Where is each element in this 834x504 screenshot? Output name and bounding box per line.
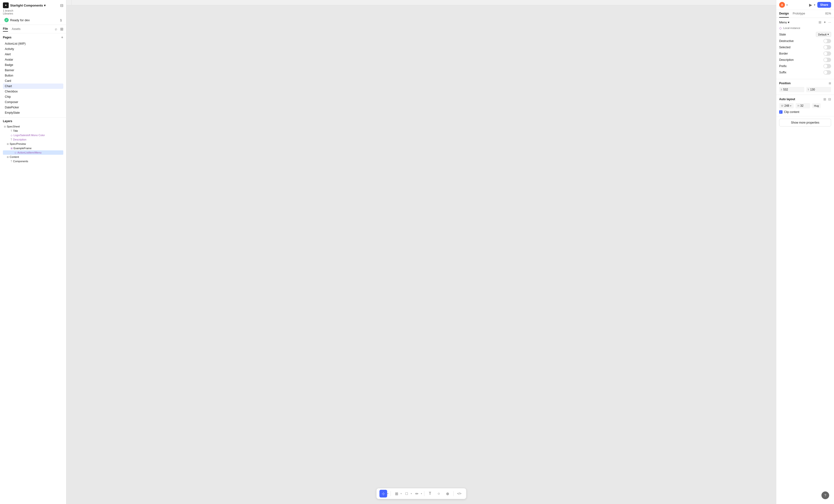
autolayout-icons: ⊞ ⊟ — [824, 97, 831, 101]
page-item-chart[interactable]: Chart — [3, 84, 63, 89]
state-select[interactable]: Default ▾ — [816, 32, 831, 37]
clip-content-row: ✓ Clip content — [779, 110, 831, 114]
select-tool-group: ⊹ ▾ — [379, 490, 389, 498]
help-button[interactable]: ? — [821, 491, 829, 499]
pages-label: Pages — [3, 36, 12, 39]
page-item-checkbox[interactable]: Checkbox — [3, 89, 63, 94]
pages-section: Pages + ActionList (WIP) Activity Alert … — [0, 33, 66, 116]
page-item-activity[interactable]: Activity — [3, 46, 63, 52]
layer-title[interactable]: T Title — [3, 129, 63, 133]
autolayout-width-field[interactable]: W 248 ▾ — [779, 103, 794, 108]
add-page-icon[interactable]: + — [61, 35, 63, 40]
layer-example-frame[interactable]: ⊞ ExampleFrame — [3, 146, 63, 151]
ready-dev-badge[interactable]: ✓ Ready for dev — [4, 18, 30, 22]
position-link-icon[interactable]: ⊞ — [829, 82, 831, 85]
layer-content[interactable]: ⊞ Content — [3, 155, 63, 159]
prop-description-label: Description — [779, 58, 794, 62]
frame-tool-dropdown[interactable]: ▾ — [400, 492, 402, 495]
prop-suffix-toggle[interactable] — [824, 70, 831, 75]
diamond-icon: ◇ — [779, 26, 782, 30]
grid-view-icon[interactable]: ⊞ — [818, 20, 821, 24]
prop-destructive: Destructive — [779, 39, 831, 43]
clip-content-checkbox[interactable]: ✓ — [779, 110, 783, 114]
layers-section: Layers ⊞ SpecSheet T Title ◇ Logo/Salesl… — [0, 117, 66, 164]
page-item-button[interactable]: Button — [3, 73, 63, 78]
prop-destructive-toggle[interactable] — [824, 39, 831, 43]
autolayout-settings-icon[interactable]: ⊟ — [828, 97, 831, 101]
text-icon: T — [10, 130, 12, 132]
more-options-icon[interactable]: ··· — [828, 20, 831, 24]
page-item-actionlist[interactable]: ActionList (WIP) — [3, 41, 63, 46]
page-item-banner[interactable]: Banner — [3, 68, 63, 73]
page-item-composer[interactable]: Composer — [3, 99, 63, 105]
page-item-alert[interactable]: Alert — [3, 52, 63, 57]
layer-actionlistitem-menu[interactable]: ◇ ActionListItem/Menu — [3, 151, 63, 155]
pen-tool-button[interactable]: ✏ — [413, 490, 421, 498]
prop-prefix-toggle[interactable] — [824, 64, 831, 68]
text-tool-button[interactable]: T — [426, 490, 434, 498]
pen-tool-dropdown[interactable]: ▾ — [421, 492, 422, 495]
play-button[interactable]: ▶ — [809, 3, 812, 7]
prop-border-toggle[interactable] — [824, 51, 831, 56]
width-dropdown-icon[interactable]: ▾ — [790, 104, 791, 108]
autolayout-height-field[interactable]: H 32 — [796, 103, 810, 108]
ready-dev-checkmark: ✓ — [5, 19, 7, 22]
layer-specsheet[interactable]: ⊞ SpecSheet — [3, 124, 63, 129]
shape-tool-dropdown[interactable]: ▾ — [411, 492, 412, 495]
tab-file[interactable]: File — [3, 26, 8, 31]
component-title[interactable]: Menu ▾ — [779, 21, 790, 24]
pen-tool-group: ✏ ▾ — [413, 490, 422, 498]
position-fields-row: X 532 Y 130 — [779, 87, 831, 92]
frame-tool-button[interactable]: ⊞ — [393, 490, 400, 498]
search-icon[interactable]: ⌕ — [55, 27, 57, 31]
layer-logo[interactable]: ◇ Logo/Salesloft Mono Color — [3, 133, 63, 137]
user-avatar[interactable]: A — [779, 2, 785, 8]
share-button[interactable]: Share — [817, 2, 831, 8]
layer-components[interactable]: T Components — [3, 159, 63, 163]
toolbar-separator-3 — [453, 491, 454, 496]
autolayout-grid-icon[interactable]: ⊞ — [824, 97, 826, 101]
page-item-card[interactable]: Card — [3, 78, 63, 84]
layout-toggle-icon[interactable]: ⊟ — [60, 3, 63, 8]
layer-spec-preview-label: Spec/Preview — [10, 142, 26, 145]
page-item-datepicker[interactable]: DatePicker — [3, 105, 63, 110]
canvas-wrapper: -200 -100 0 100 200 300 532 600 700 780 … — [66, 0, 776, 504]
layer-description[interactable]: T Description — [3, 137, 63, 142]
grid-icon[interactable]: ⊞ — [60, 27, 63, 31]
prop-border: Border — [779, 51, 831, 56]
layer-list: ⊞ SpecSheet T Title ◇ Logo/Salesloft Mon… — [3, 124, 63, 163]
figma-logo-icon: ✦ — [5, 4, 7, 7]
page-item-avatar[interactable]: Avatar — [3, 57, 63, 62]
play-dropdown[interactable]: ▾ — [814, 3, 815, 6]
pages-header: Pages + — [3, 35, 63, 40]
hug-select[interactable]: Hug — [812, 103, 821, 108]
position-x-field[interactable]: X 532 — [779, 87, 804, 92]
page-item-emptystate[interactable]: EmptyState — [3, 110, 63, 115]
layer-components-label: Components — [13, 160, 28, 163]
frame-icon-3: ⊞ — [7, 156, 9, 158]
prop-selected-toggle[interactable] — [824, 45, 831, 49]
layer-spec-preview[interactable]: ⊞ Spec/Preview — [3, 142, 63, 146]
user-chevron-icon[interactable]: ▾ — [786, 4, 788, 6]
component-tool-button[interactable]: ⊕ — [444, 490, 451, 498]
select-tool-button[interactable]: ⊹ — [379, 490, 387, 498]
component-title-label: Menu — [779, 21, 787, 24]
tab-assets[interactable]: Assets — [12, 26, 21, 31]
select-tool-dropdown[interactable]: ▾ — [387, 492, 389, 495]
page-item-chip[interactable]: Chip — [3, 94, 63, 99]
project-title[interactable]: Starlight Components ▾ — [10, 4, 46, 7]
figma-menu-button[interactable]: ✦ — [3, 2, 9, 8]
logo-area: ✦ Starlight Components ▾ — [3, 2, 46, 8]
prop-description-toggle[interactable] — [824, 58, 831, 62]
page-item-badge[interactable]: Badge — [3, 62, 63, 68]
ready-dev-icon: ✓ — [4, 18, 9, 22]
tab-design[interactable]: Design — [779, 10, 789, 18]
shape-tool-button[interactable]: □ — [403, 490, 411, 498]
style-icon[interactable]: ✦ — [824, 20, 826, 24]
show-more-properties-button[interactable]: Show more properties — [779, 119, 831, 127]
position-y-field[interactable]: Y 130 — [806, 87, 831, 92]
text-icon-3: T — [10, 160, 12, 163]
comment-tool-button[interactable]: ○ — [435, 490, 443, 498]
code-tool-button[interactable]: </> — [455, 490, 463, 498]
tab-prototype[interactable]: Prototype — [793, 10, 805, 18]
